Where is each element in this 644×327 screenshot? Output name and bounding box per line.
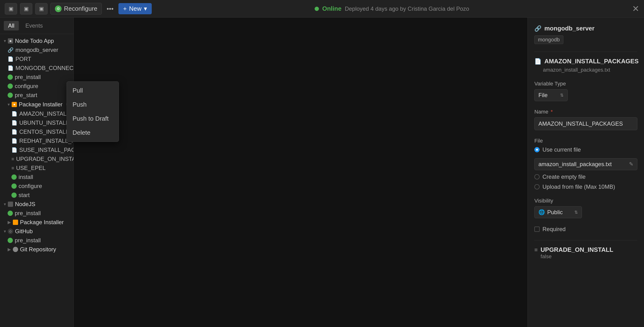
- file-icon: 📄: [8, 56, 14, 62]
- panel-section-file: File Use current file amazon_install_pac…: [534, 138, 637, 190]
- sidebar-item-redhat-install[interactable]: 📄 REDHAT_INSTALL_PACKAGES: [0, 136, 74, 145]
- visibility-value: Public: [547, 209, 563, 216]
- radio-use-current[interactable]: Use current file: [534, 146, 637, 153]
- radio-create-empty[interactable]: Create empty file: [534, 173, 637, 180]
- chevron-right-icon: ▶: [8, 220, 11, 225]
- more-options-button[interactable]: •••: [105, 3, 115, 15]
- divider-1: [534, 52, 637, 52]
- content-area: [74, 18, 528, 327]
- sidebar-item-configure-1[interactable]: configure: [0, 82, 74, 91]
- sidebar-item-centos-install[interactable]: 📄 CENTOS_INSTALL_PACKAGES: [0, 127, 74, 136]
- sidebar-item-github[interactable]: ▾ ⊙ GitHub: [0, 227, 74, 236]
- sidebar-label-nodejs: NodeJS: [15, 201, 35, 207]
- sidebar-label-start: start: [18, 192, 30, 198]
- tab-events[interactable]: Events: [21, 21, 47, 31]
- radio-label-use-current: Use current file: [542, 146, 581, 153]
- reconfigure-label: Reconfigure: [64, 5, 97, 12]
- close-button[interactable]: ✕: [632, 4, 639, 14]
- sidebar-label-upgrade-on-install: UPGRADE_ON_INSTALL: [16, 156, 74, 162]
- sidebar-item-pre-start[interactable]: pre_start: [0, 91, 74, 100]
- context-menu-delete[interactable]: Delete: [67, 126, 119, 140]
- sidebar-item-use-epel[interactable]: ≡ USE_EPEL: [0, 164, 74, 173]
- top-bar-left: ▣ ▣ ▣ ⚙ Reconfigure ••• + New ▾: [5, 3, 152, 15]
- upgrade-content: UPGRADE_ON_INSTALL false: [540, 246, 613, 260]
- chevron-down-icon: ▾: [4, 202, 6, 207]
- file-icon: 📄: [8, 65, 14, 71]
- required-checkbox[interactable]: [534, 227, 540, 232]
- radio-circle-empty: [534, 174, 540, 179]
- radio-circle-selected: [534, 147, 540, 152]
- context-menu-pull[interactable]: Pull: [67, 84, 119, 98]
- chevron-up-down-icon-2: ⇅: [574, 210, 578, 215]
- panel-subtitle-amazon: amazon_install_packages.txt: [543, 67, 637, 73]
- visibility-select[interactable]: 🌐 Public ⇅: [534, 206, 582, 218]
- sidebar-label-install: install: [18, 174, 33, 180]
- sidebar-item-ubuntu-install[interactable]: 📄 UBUNTU_INSTALL_PACKAGES: [0, 118, 74, 127]
- sidebar-item-upgrade-on-install[interactable]: ≡ UPGRADE_ON_INSTALL: [0, 154, 74, 164]
- sidebar-item-start[interactable]: start: [0, 191, 74, 200]
- reconfigure-icon: ⚙: [55, 6, 62, 12]
- sidebar-item-pre-install-1[interactable]: pre_install: [0, 73, 74, 82]
- green-dot-icon: [8, 93, 13, 98]
- sidebar-item-package-installer-2[interactable]: ▶ Package Installer: [0, 218, 74, 227]
- sidebar-item-pre-install-nodejs[interactable]: pre_install: [0, 209, 74, 218]
- variable-type-value: File: [538, 92, 548, 99]
- list-icon: ≡: [534, 246, 538, 253]
- radio-upload-file[interactable]: Upload from file (Max 10MB): [534, 183, 637, 190]
- green-dot-icon: [12, 183, 17, 189]
- file-icon: 📄: [12, 111, 17, 117]
- reconfigure-button[interactable]: ⚙ Reconfigure: [50, 3, 102, 15]
- panel-section-mongodb: 🔗 mongodb_server mongodb: [534, 25, 637, 44]
- sidebar-item-node-todo-app[interactable]: ▾ ■ Node Todo App: [0, 37, 74, 46]
- sidebar-item-amazon-install[interactable]: 📄 AMAZON_INSTALL_PACKAGES: [0, 109, 74, 118]
- sidebar-label-package-installer-2: Package Installer: [20, 219, 64, 226]
- green-dot-icon: [8, 211, 13, 216]
- sidebar-item-mongodb-server[interactable]: 🔗 mongodb_server: [0, 46, 74, 55]
- context-menu-push-to-draft[interactable]: Push to Draft: [67, 112, 119, 126]
- chevron-up-down-icon: ⇅: [560, 93, 564, 98]
- divider-2: [534, 240, 637, 240]
- green-dot-icon: [8, 75, 13, 80]
- variable-type-label: Variable Type: [534, 81, 637, 87]
- name-value[interactable]: AMAZON_INSTALL_PACKAGES: [534, 117, 637, 130]
- sidebar-item-install[interactable]: install: [0, 173, 74, 182]
- sidebar-item-mongodb-connection-string[interactable]: 📄 MONGODB_CONNECTION_STRING: [0, 64, 74, 73]
- sidebar-item-nodejs[interactable]: ▾ NodeJS: [0, 200, 74, 209]
- new-button[interactable]: + New ▾: [118, 3, 152, 14]
- sidebar-item-port[interactable]: 📄 PORT: [0, 55, 74, 64]
- status-label: Online: [322, 5, 342, 12]
- required-checkbox-row[interactable]: Required: [534, 226, 637, 232]
- chevron-down-icon: ▾: [4, 38, 6, 44]
- top-bar-center: Online Deployed 4 days ago by Cristina G…: [156, 5, 628, 12]
- panel-header-amazon: 📄 AMAZON_INSTALL_PACKAGES: [534, 58, 637, 65]
- link-icon: 🔗: [534, 25, 542, 32]
- sidebar-item-git-repository[interactable]: ▶ Git Repository: [0, 245, 74, 254]
- sidebar-item-configure-2[interactable]: configure: [0, 182, 74, 191]
- new-label: New: [129, 5, 142, 12]
- sidebar-item-pre-install-github[interactable]: pre_install: [0, 236, 74, 245]
- required-label: Required: [542, 226, 566, 232]
- node-todo-icon: ■: [8, 38, 13, 44]
- sidebar-item-suse-install[interactable]: 📄 SUSE_INSTALL_PACKAGES: [0, 145, 74, 154]
- layout-btn-1[interactable]: ▣: [5, 3, 17, 15]
- file-icon: ≡: [12, 156, 14, 162]
- sidebar-label-suse-install: SUSE_INSTALL_PACKAGES: [19, 147, 74, 153]
- panel-section-upgrade: ≡ UPGRADE_ON_INSTALL false: [534, 246, 637, 260]
- sidebar-item-package-installer-1[interactable]: ▾ ■ Package Installer ⚙: [0, 100, 74, 109]
- green-dot-icon: [12, 174, 17, 180]
- layout-btn-3[interactable]: ▣: [35, 3, 48, 15]
- context-menu-push[interactable]: Push: [67, 98, 119, 112]
- sidebar-label-amazon-install: AMAZON_INSTALL_PACKAGES: [19, 110, 74, 117]
- tab-all[interactable]: All: [4, 21, 19, 31]
- main-layout: All Events ▾ ■ Node Todo App 🔗 mongodb_s…: [0, 18, 644, 327]
- chevron-right-icon: ▶: [8, 247, 11, 252]
- radio-label-upload: Upload from file (Max 10MB): [542, 183, 615, 190]
- sidebar-label-pre-install-nodejs: pre_install: [15, 210, 41, 217]
- upgrade-title: UPGRADE_ON_INSTALL: [540, 246, 613, 253]
- edit-icon[interactable]: ✎: [629, 161, 633, 167]
- layout-btn-2[interactable]: ▣: [20, 3, 32, 15]
- file-label: File: [534, 138, 637, 144]
- variable-type-select[interactable]: File ⇅: [534, 89, 568, 101]
- file-icon: 📄: [12, 120, 17, 126]
- sidebar-label-node-todo-app: Node Todo App: [15, 38, 54, 44]
